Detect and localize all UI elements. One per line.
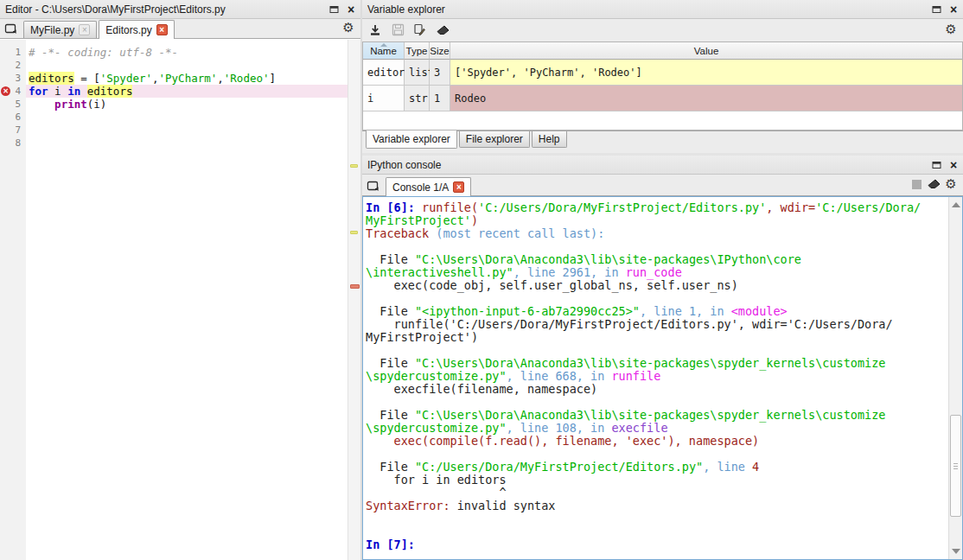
code-editor[interactable]: 1# -*- coding: utf-8 -*-23editors = ['Sp…: [0, 40, 360, 560]
save-data-as-icon[interactable]: [411, 22, 429, 39]
column-header-value[interactable]: Value: [450, 42, 962, 60]
close-tab-icon[interactable]: ×: [453, 181, 464, 193]
console-tab[interactable]: Console 1/A ×: [386, 177, 471, 196]
editor-scrollbar[interactable]: [348, 40, 360, 560]
variable-row[interactable]: editorslist3['Spyder', 'PyCharm', 'Rodeo…: [363, 60, 962, 86]
close-pane-icon[interactable]: ×: [343, 3, 359, 16]
close-pane-icon[interactable]: ×: [946, 3, 961, 16]
clear-console-eraser-icon[interactable]: [925, 175, 942, 193]
code-segment: for i in editors: [366, 473, 507, 487]
console-line: MyFirstProject'): [366, 214, 947, 227]
code-line: 6: [0, 111, 348, 124]
code-segment: ): [471, 213, 478, 227]
options-gear-icon[interactable]: ⚙: [340, 19, 357, 36]
code-text: editors = ['Spyder','PyCharm','Rodeo']: [26, 72, 348, 85]
console-line: Traceback (most recent call last):: [366, 227, 947, 240]
code-segment: in: [67, 85, 80, 98]
console-line: In [6]: runfile('C:/Users/Dora/MyFirstPr…: [366, 201, 947, 214]
code-segment: run_code: [626, 265, 682, 279]
options-gear-icon[interactable]: ⚙: [942, 175, 960, 193]
console-line: for i in editors: [366, 474, 947, 487]
tab-label: Editors.py: [105, 24, 151, 36]
console-scrollbar[interactable]: [948, 197, 962, 559]
variable-row[interactable]: istr1Rodeo: [363, 86, 962, 111]
code-segment: "C:\Users\Dora\Anaconda3\lib\site-packag…: [415, 408, 886, 422]
tab-label: MyFile.py: [30, 24, 74, 36]
cell-name[interactable]: i: [363, 86, 405, 111]
close-pane-icon[interactable]: ×: [946, 158, 961, 172]
cell-type[interactable]: list: [405, 60, 430, 86]
code-segment: editors: [29, 72, 74, 85]
browse-tabs-icon[interactable]: [365, 177, 382, 194]
code-segment: <module>: [731, 304, 788, 318]
code-segment: \interactiveshell.py": [366, 265, 513, 279]
browse-tabs-icon[interactable]: [3, 20, 20, 37]
console-output: In [6]: runfile('C:/Users/Dora/MyFirstPr…: [366, 201, 947, 551]
console-line: In [7]:: [366, 538, 947, 551]
plugin-tab-file-explorer[interactable]: File explorer: [459, 131, 530, 148]
code-text: for i in editors: [26, 85, 348, 98]
column-header-size[interactable]: Size: [430, 42, 450, 60]
cell-type[interactable]: str: [405, 86, 430, 111]
code-segment: 'Spyder': [100, 72, 152, 85]
console-line: File "C:/Users/Dora/MyFirstProject/Edito…: [366, 461, 947, 474]
options-gear-icon[interactable]: ⚙: [942, 22, 960, 39]
cell-value[interactable]: Rodeo: [450, 86, 962, 111]
float-pane-icon[interactable]: [326, 3, 341, 16]
column-header-name[interactable]: Name: [363, 42, 405, 60]
close-tab-icon[interactable]: ×: [79, 24, 90, 35]
save-data-icon[interactable]: [389, 22, 406, 39]
cell-size[interactable]: 1: [430, 86, 450, 111]
code-segment: , line 1, in: [640, 304, 731, 318]
console-line: [366, 396, 947, 409]
editor-tab-myfile[interactable]: MyFile.py ×: [23, 21, 97, 38]
column-header-type[interactable]: Type: [405, 42, 430, 60]
code-segment: (i): [87, 98, 107, 111]
code-text: [26, 59, 348, 72]
line-number: 7: [0, 124, 26, 137]
code-segment: File: [366, 408, 415, 422]
varexp-toolbar: ⚙: [362, 19, 963, 41]
code-segment: "C:\Users\Dora\Anaconda3\lib\site-packag…: [415, 356, 886, 370]
cell-size[interactable]: 3: [430, 60, 450, 86]
close-tab-icon[interactable]: ×: [156, 24, 168, 35]
plugin-tab-variable-explorer[interactable]: Variable explorer: [366, 130, 457, 149]
code-segment: 'Rodeo': [224, 72, 270, 85]
code-text: [26, 111, 348, 124]
cell-name[interactable]: editors: [363, 60, 405, 86]
float-pane-icon[interactable]: [928, 158, 944, 172]
code-lines: 1# -*- coding: utf-8 -*-23editors = ['Sp…: [0, 46, 348, 150]
cell-value[interactable]: ['Spyder', 'PyCharm', 'Rodeo']: [450, 60, 962, 86]
scroll-up-icon[interactable]: [952, 202, 960, 207]
console-title: IPython console: [367, 159, 441, 171]
code-segment: File: [366, 304, 415, 318]
editor-tab-editors[interactable]: Editors.py ×: [99, 20, 174, 39]
interrupt-kernel-icon[interactable]: [908, 175, 925, 193]
code-line: 7: [0, 124, 348, 137]
error-flag[interactable]: [350, 284, 360, 289]
code-line: 4✕for i in editors: [0, 85, 348, 98]
console-line: runfile('C:/Users/Dora/MyFirstProject/Ed…: [366, 318, 947, 331]
scrollbar-thumb[interactable]: [950, 415, 961, 517]
console-line: [366, 292, 947, 305]
occurrence-flag[interactable]: [350, 231, 358, 234]
reset-namespace-eraser-icon[interactable]: [434, 22, 451, 39]
float-pane-icon[interactable]: [928, 3, 944, 16]
code-segment: MyFirstProject'): [366, 330, 478, 344]
console-shell[interactable]: In [6]: runfile('C:/Users/Dora/MyFirstPr…: [362, 196, 963, 560]
console-line: ^: [366, 487, 947, 500]
line-number: 3: [0, 72, 26, 85]
console-line: File "C:\Users\Dora\Anaconda3\lib\site-p…: [366, 409, 947, 422]
plugin-tab-help[interactable]: Help: [532, 131, 567, 148]
code-segment: Traceback: [366, 226, 436, 240]
occurrence-flag[interactable]: [350, 164, 358, 168]
scroll-down-icon[interactable]: [952, 549, 960, 554]
code-segment: "C:\Users\Dora\Anaconda3\lib\site-packag…: [415, 252, 801, 266]
tab-label: Console 1/A: [392, 181, 449, 194]
plugin-tabbar: Variable explorerFile explorerHelp: [362, 130, 963, 150]
code-segment: \spydercustomize.py": [366, 369, 507, 383]
import-data-icon[interactable]: [367, 22, 384, 39]
code-segment: execfile(filename, namespace): [366, 382, 597, 396]
console-line: File "C:\Users\Dora\Anaconda3\lib\site-p…: [366, 253, 947, 266]
code-segment: ]: [270, 72, 277, 85]
